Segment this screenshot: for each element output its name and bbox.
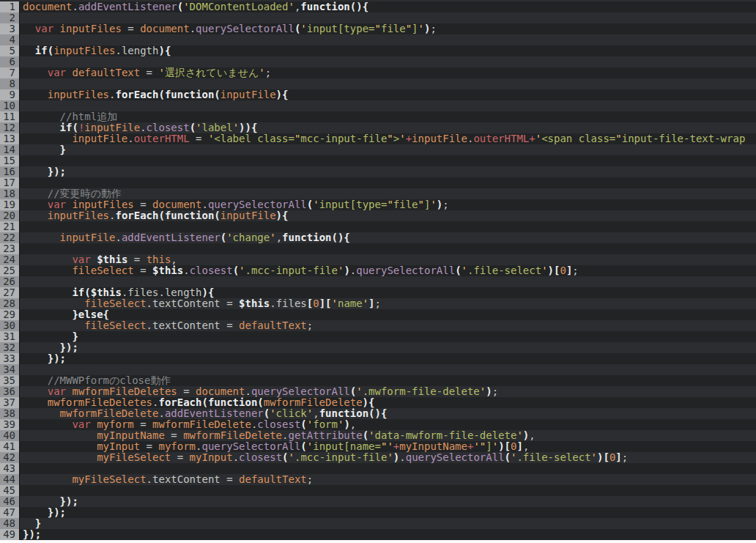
code-line[interactable]: 15 — [0, 155, 756, 166]
code-line[interactable]: 37 mwformFileDeletes.forEach(function(mw… — [0, 397, 756, 408]
line-number[interactable]: 38 — [0, 408, 20, 419]
line-number[interactable]: 36 — [0, 386, 20, 397]
code-line[interactable]: 48 } — [0, 518, 756, 529]
line-number[interactable]: 34 — [0, 364, 20, 375]
code-line[interactable]: 10 — [0, 100, 756, 111]
code-line[interactable]: 39 var myform = mwformFileDelete.closest… — [0, 419, 756, 430]
line-number[interactable]: 8 — [0, 78, 20, 89]
code-line[interactable]: 19 var inputFiles = document.querySelect… — [0, 199, 756, 210]
code-line[interactable]: 11 //html追加 — [0, 111, 756, 122]
line-number[interactable]: 20 — [0, 210, 20, 221]
code-line[interactable]: 30 fileSelect.textContent = defaultText; — [0, 320, 756, 331]
line-number[interactable]: 10 — [0, 100, 20, 111]
code-line[interactable]: 33 }); — [0, 353, 756, 364]
line-number[interactable]: 44 — [0, 474, 20, 485]
code-line[interactable]: 42 myFileSelect = myInput.closest('.mcc-… — [0, 452, 756, 463]
line-number[interactable]: 9 — [0, 89, 20, 100]
line-number[interactable]: 33 — [0, 353, 20, 364]
line-number[interactable]: 27 — [0, 287, 20, 298]
line-number[interactable]: 29 — [0, 309, 20, 320]
line-number[interactable]: 28 — [0, 298, 20, 309]
line-number[interactable]: 42 — [0, 452, 20, 463]
line-number[interactable]: 37 — [0, 397, 20, 408]
code-line[interactable]: 23 — [0, 243, 756, 254]
line-number[interactable]: 11 — [0, 111, 20, 122]
line-number[interactable]: 25 — [0, 265, 20, 276]
line-number[interactable]: 40 — [0, 430, 20, 441]
line-number[interactable]: 6 — [0, 56, 20, 67]
code-line[interactable]: 17 — [0, 177, 756, 188]
code-line[interactable]: 35 //MWWPformのclose動作 — [0, 375, 756, 386]
code-line[interactable]: 38 mwformFileDelete.addEventListener('cl… — [0, 408, 756, 419]
code-line[interactable]: 25 fileSelect = $this.closest('.mcc-inpu… — [0, 265, 756, 276]
code-line[interactable]: 16 }); — [0, 166, 756, 177]
line-number[interactable]: 5 — [0, 45, 20, 56]
code-line[interactable]: 20 inputFiles.forEach(function(inputFile… — [0, 210, 756, 221]
code-line[interactable]: 44 myFileSelect.textContent = defaultTex… — [0, 474, 756, 485]
code-line[interactable]: 12 if(!inputFile.closest('label')){ — [0, 122, 756, 133]
code-line[interactable]: 27 if($this.files.length){ — [0, 287, 756, 298]
line-number[interactable]: 16 — [0, 166, 20, 177]
line-number[interactable]: 12 — [0, 122, 20, 133]
code-line[interactable]: 21 — [0, 221, 756, 232]
line-number[interactable]: 13 — [0, 133, 20, 144]
code-line[interactable]: 26 — [0, 276, 756, 287]
code-line[interactable]: 36 var mwformFileDeletes = document.quer… — [0, 386, 756, 397]
code-line[interactable]: 41 myInput = myform.querySelectorAll('in… — [0, 441, 756, 452]
line-number[interactable]: 22 — [0, 232, 20, 243]
code-line[interactable]: 4 — [0, 34, 756, 45]
line-number[interactable]: 26 — [0, 276, 20, 287]
code-line[interactable]: 1document.addEventListener('DOMContentLo… — [0, 1, 756, 12]
line-number[interactable]: 35 — [0, 375, 20, 386]
line-number[interactable]: 48 — [0, 518, 20, 529]
code-line[interactable]: 6 — [0, 56, 756, 67]
line-number[interactable]: 3 — [0, 23, 20, 34]
line-number[interactable]: 19 — [0, 199, 20, 210]
line-number[interactable]: 4 — [0, 34, 20, 45]
code-token: inputFiles — [72, 199, 133, 210]
code-line[interactable]: 14 } — [0, 144, 756, 155]
line-number[interactable]: 45 — [0, 485, 20, 496]
line-number[interactable]: 2 — [0, 12, 20, 23]
line-number[interactable]: 49 — [0, 529, 20, 540]
line-number[interactable]: 21 — [0, 221, 20, 232]
code-token: = — [220, 320, 239, 331]
line-number[interactable]: 47 — [0, 507, 20, 518]
code-line[interactable]: 49}); — [0, 529, 756, 540]
code-line[interactable]: 5 if(inputFiles.length){ — [0, 45, 756, 56]
code-line[interactable]: 22 inputFile.addEventListener('change',f… — [0, 232, 756, 243]
code-line[interactable]: 3 var inputFiles = document.querySelecto… — [0, 23, 756, 34]
code-line[interactable]: 28 fileSelect.textContent = $this.files[… — [0, 298, 756, 309]
code-line[interactable]: 29 }else{ — [0, 309, 756, 320]
code-line[interactable]: 9 inputFiles.forEach(function(inputFile)… — [0, 89, 756, 100]
line-number[interactable]: 41 — [0, 441, 20, 452]
line-number[interactable]: 14 — [0, 144, 20, 155]
line-number[interactable]: 23 — [0, 243, 20, 254]
code-line[interactable]: 47 }); — [0, 507, 756, 518]
code-line[interactable]: 2 — [0, 12, 756, 23]
line-number[interactable]: 24 — [0, 254, 20, 265]
line-number[interactable]: 1 — [0, 1, 20, 12]
line-number[interactable]: 46 — [0, 496, 20, 507]
code-line[interactable]: 32 }); — [0, 342, 756, 353]
code-line[interactable]: 45 — [0, 485, 756, 496]
code-line[interactable]: 8 — [0, 78, 756, 89]
code-line[interactable]: 7 var defaultText = '選択されていません'; — [0, 67, 756, 78]
line-number[interactable]: 17 — [0, 177, 20, 188]
code-line[interactable]: 18 //変更時の動作 — [0, 188, 756, 199]
line-number[interactable]: 39 — [0, 419, 20, 430]
code-line[interactable]: 46 }); — [0, 496, 756, 507]
code-line[interactable]: 43 — [0, 463, 756, 474]
line-number[interactable]: 31 — [0, 331, 20, 342]
line-number[interactable]: 15 — [0, 155, 20, 166]
code-line[interactable]: 40 myInputName = mwformFileDelete.getAtt… — [0, 430, 756, 441]
line-number[interactable]: 7 — [0, 67, 20, 78]
code-line[interactable]: 31 } — [0, 331, 756, 342]
line-number[interactable]: 18 — [0, 188, 20, 199]
code-line[interactable]: 24 var $this = this, — [0, 254, 756, 265]
line-number[interactable]: 30 — [0, 320, 20, 331]
code-line[interactable]: 13 inputFile.outerHTML = '<label class="… — [0, 133, 756, 144]
code-line[interactable]: 34 — [0, 364, 756, 375]
line-number[interactable]: 32 — [0, 342, 20, 353]
line-number[interactable]: 43 — [0, 463, 20, 474]
